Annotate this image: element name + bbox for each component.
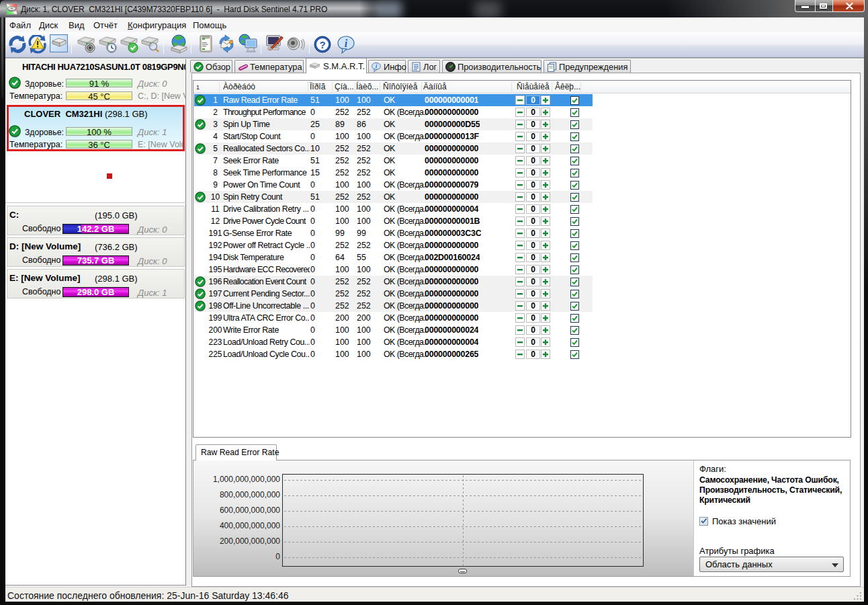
svg-text:i: i	[345, 38, 348, 49]
svg-text:?: ?	[319, 39, 325, 50]
